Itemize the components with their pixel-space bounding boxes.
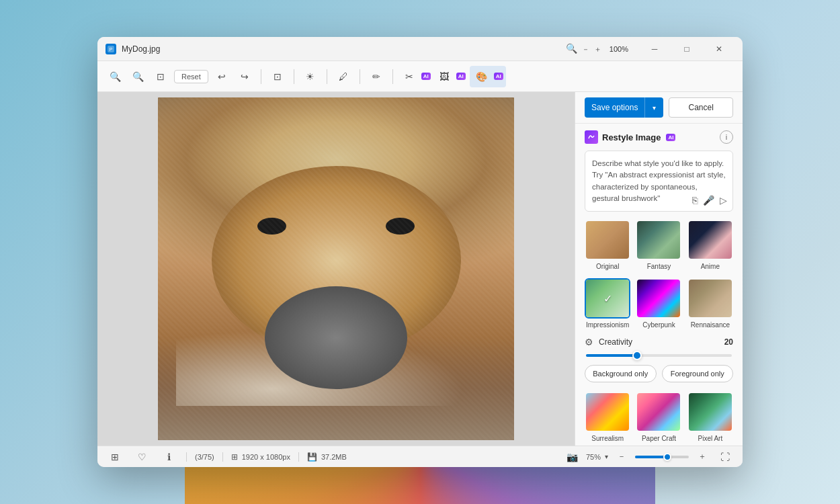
fullscreen-btn[interactable]: ⛶ [716, 448, 734, 466]
style-grid-row3: Surrealism Paper Craft Pixel Art [585, 392, 733, 442]
restyle-header: Restyle Image AI i [585, 130, 733, 144]
style-renaissance[interactable]: Rennaisance [687, 278, 733, 329]
style-thumb-renaissance [687, 278, 733, 319]
style-fantasy[interactable]: Fantasy [636, 220, 681, 270]
style-thumb-papercraft [636, 392, 681, 432]
main-content: Save options ▾ Cancel Restyle Image AI i [97, 92, 743, 446]
status-bar: ⊞ ♡ ℹ (3/75) ⊞ 1920 x 1080px 💾 37.2MB 📷 … [97, 446, 743, 467]
restyle-icon [585, 130, 598, 144]
style-label-surrealism: Surrealism [591, 435, 624, 442]
style-label-pixelart: Pixel Art [698, 435, 722, 442]
style-anime[interactable]: Anime [687, 220, 733, 270]
style-cyberpunk[interactable]: Cyberpunk [636, 278, 681, 329]
creativity-value: 20 [724, 337, 733, 347]
foreground-only-btn[interactable]: Foreground only [662, 365, 734, 382]
slider-thumb[interactable] [632, 351, 642, 360]
info-status-btn[interactable]: ℹ [159, 448, 178, 466]
dimensions-value: 1920 x 1080px [242, 453, 290, 461]
style-papercraft[interactable]: Paper Craft [636, 392, 681, 442]
favorite-btn[interactable]: ♡ [132, 448, 151, 466]
style-original[interactable]: Original [585, 220, 630, 270]
ai-bg-btn[interactable]: 🖼 [435, 67, 454, 86]
reset-button[interactable]: Reset [174, 70, 208, 83]
close-button[interactable]: ✕ [704, 39, 734, 59]
style-thumb-anime [687, 220, 733, 260]
toolbar-separator-2 [294, 69, 294, 84]
status-sep-3 [298, 452, 299, 462]
frame-count-value: (3/75) [195, 453, 214, 461]
ai-restyle-group: 🎨 AI [470, 66, 506, 87]
toolbar-separator-4 [360, 69, 360, 84]
style-thumb-impressionism: ✓ [585, 278, 630, 319]
style-label-original: Original [596, 263, 619, 270]
creativity-row: ⚙ Creativity 20 [585, 337, 733, 347]
style-label-fantasy: Fantasy [647, 263, 671, 270]
toolbar: 🔍 🔍 ⊡ Reset ↩ ↪ ⊡ ☀ 🖊 ✏ ✂ AI 🖼 AI 🎨 AI [97, 61, 743, 92]
restyle-title: Restyle Image [602, 132, 661, 142]
prompt-send-btn[interactable]: ▷ [720, 195, 727, 206]
style-pixelart[interactable]: Pixel Art [687, 392, 733, 442]
retouch-tool[interactable]: 🖊 [334, 67, 353, 86]
svg-text:P: P [110, 47, 113, 52]
cancel-button[interactable]: Cancel [669, 97, 733, 118]
panel-body: Restyle Image AI i Describe what style y… [575, 124, 743, 446]
fit-btn[interactable]: ⊡ [151, 67, 170, 86]
creativity-icon: ⚙ [585, 337, 593, 347]
style-label-papercraft: Paper Craft [642, 435, 676, 442]
image-dimensions: ⊞ 1920 x 1080px [231, 452, 290, 462]
save-options-label: Save options [585, 97, 644, 118]
prompt-copy-btn[interactable]: ⎘ [692, 195, 698, 206]
style-thumb-original [585, 220, 630, 260]
status-sep-1 [186, 452, 187, 462]
minimize-button[interactable]: ─ [639, 39, 670, 59]
style-thumb-cyberpunk [636, 278, 681, 319]
zoom-out-status-btn[interactable]: － [612, 448, 631, 466]
frame-count: (3/75) [195, 453, 214, 461]
ai-erase-btn[interactable]: ✂ [400, 67, 419, 86]
zoom-percent: 100% [610, 45, 628, 53]
toolbar-separator-3 [327, 69, 327, 84]
style-grid-row1: Original Fantasy Anime [585, 220, 733, 270]
zoom-in-status-btn[interactable]: ＋ [693, 448, 712, 466]
zoom-out-btn[interactable]: 🔍 [128, 67, 147, 86]
app-icon: P [106, 44, 116, 54]
ai-badge-2: AI [456, 73, 466, 80]
status-sep-2 [222, 452, 223, 462]
prompt-box[interactable]: Describe what style you'd like to apply.… [585, 151, 733, 212]
zoom-slider-thumb[interactable] [663, 453, 671, 461]
style-surrealism[interactable]: Surrealism [585, 392, 630, 442]
redo-button[interactable]: ↪ [235, 67, 254, 86]
prompt-mic-btn[interactable]: 🎤 [703, 195, 714, 206]
style-label-impressionism: Impressionism [586, 321, 629, 329]
zoom-in-btn[interactable]: 🔍 [106, 67, 124, 86]
style-grid-row2: ✓ Impressionism Cyberpunk [585, 278, 733, 329]
canvas-area [97, 92, 575, 446]
crop-tool[interactable]: ⊡ [268, 67, 287, 86]
zoom-level-title: 🔍 － ＋ [566, 43, 601, 54]
background-only-btn[interactable]: Background only [585, 365, 657, 382]
save-options-button[interactable]: Save options ▾ [585, 97, 663, 118]
erase-tool[interactable]: ✏ [367, 67, 386, 86]
maximize-button[interactable]: □ [671, 39, 702, 59]
style-thumb-surrealism [585, 392, 630, 432]
ai-restyle-btn[interactable]: 🎨 [472, 67, 491, 86]
view-toggle-btn[interactable]: ⊞ [106, 448, 124, 466]
zoom-plus-icon[interactable]: ＋ [594, 45, 601, 53]
slider-track[interactable] [586, 354, 732, 357]
style-impressionism[interactable]: ✓ Impressionism [585, 278, 630, 329]
undo-button[interactable]: ↩ [212, 67, 231, 86]
right-panel: Save options ▾ Cancel Restyle Image AI i [575, 92, 743, 446]
adjust-tool[interactable]: ☀ [301, 67, 320, 86]
ai-badge-1: AI [421, 73, 431, 80]
style-thumb-fantasy [636, 220, 681, 260]
creativity-slider[interactable] [585, 354, 733, 357]
window-controls: ─ □ ✕ [639, 39, 734, 59]
screenshot-btn[interactable]: 📷 [563, 448, 582, 466]
prompt-actions: ⎘ 🎤 ▷ [692, 195, 727, 206]
save-options-arrow-icon[interactable]: ▾ [644, 97, 663, 118]
panel-actions: Save options ▾ Cancel [575, 92, 743, 124]
zoom-slider[interactable] [635, 456, 689, 458]
toolbar-separator-5 [392, 69, 393, 84]
info-button[interactable]: i [720, 130, 733, 144]
zoom-minus-icon[interactable]: － [582, 45, 589, 53]
